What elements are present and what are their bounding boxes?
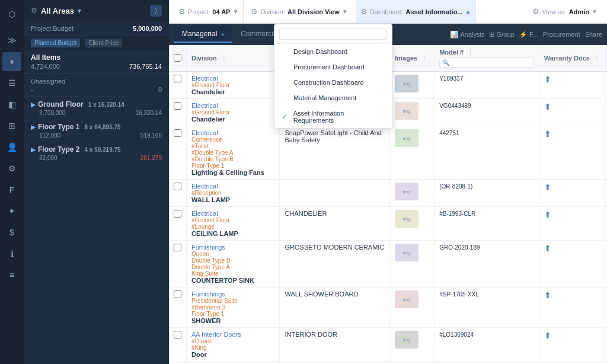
all-areas-title: All Areas ▼ xyxy=(41,7,82,15)
row-checkbox[interactable] xyxy=(174,129,181,137)
division-group: ⚙ Division: All Division View ▼ xyxy=(246,0,353,23)
row-checkbox[interactable] xyxy=(174,331,181,339)
dashboard-dropdown: Design Dashboard Procurement Dashboard C… xyxy=(274,24,392,129)
table-row: FurnishingsQueenDouble Type BDouble Type… xyxy=(169,241,607,288)
model-search-input[interactable] xyxy=(452,59,487,66)
location-tag: Double Type A xyxy=(191,264,274,270)
dropdown-search-area xyxy=(274,24,392,44)
dollar-icon[interactable]: $ xyxy=(2,223,21,242)
division-link[interactable]: Electrical xyxy=(191,102,274,109)
select-all-checkbox[interactable] xyxy=(174,54,181,62)
all-items-values: 4,724,000 736,765.14 xyxy=(31,63,162,70)
dropdown-item-procurement-dashboard[interactable]: Procurement Dashboard xyxy=(274,59,392,75)
plus-icon[interactable]: + xyxy=(2,52,21,71)
row-checkbox[interactable] xyxy=(174,210,181,218)
division-gear-icon[interactable]: ⚙ xyxy=(251,7,258,16)
row-checkbox[interactable] xyxy=(174,290,181,298)
cell-division: Electrical#Ground FloorChandelier xyxy=(187,99,280,126)
search-icon: 🔍 xyxy=(442,59,449,66)
table-row: FurnishingsPresidential Suite#Bathroom 3… xyxy=(169,288,607,328)
division-link[interactable]: Furnishings xyxy=(191,244,274,251)
warranty-col-menu[interactable]: ⋮ xyxy=(592,55,602,62)
upload-icon[interactable]: ⬆ xyxy=(544,75,551,84)
analysis-button[interactable]: 📊 Analysis xyxy=(450,31,484,39)
division-link[interactable]: Electrical xyxy=(191,75,274,82)
upload-icon[interactable]: ⬆ xyxy=(544,290,551,300)
division-link[interactable]: Electrical xyxy=(191,129,274,136)
division-link[interactable]: Electrical xyxy=(191,183,274,190)
location-tag: Queen xyxy=(191,251,274,257)
row-checkbox[interactable] xyxy=(174,75,181,82)
cell-image: img xyxy=(390,241,435,288)
dashboard-gear-icon[interactable]: ⚙ xyxy=(360,7,368,16)
cell-model: VG0443489 xyxy=(435,99,539,126)
share-button[interactable]: Share xyxy=(585,31,602,38)
dropdown-item-design-dashboard[interactable]: Design Dashboard xyxy=(274,44,392,59)
project-gear-icon[interactable]: ⚙ xyxy=(178,7,186,16)
puzzle-icon[interactable]: ✦ xyxy=(2,202,21,221)
tree-item-floor-type-2[interactable]: ▶ Floor Type 2 4 x 50,319.75 32,000 201,… xyxy=(24,142,169,165)
table-row: AA Interior Doors#Queen#KingDoorINTERIOR… xyxy=(169,328,607,362)
row-checkbox[interactable] xyxy=(174,183,181,190)
info-icon[interactable]: ℹ xyxy=(2,244,21,263)
tag-icon[interactable]: F xyxy=(2,180,21,199)
location-tag: #Ground Floor xyxy=(191,82,274,88)
division-link[interactable]: Electrical xyxy=(191,210,274,217)
division-link[interactable]: AA Interior Doors xyxy=(191,331,274,338)
dropdown-item-material-management[interactable]: Material Management xyxy=(274,90,392,106)
cell-division: FurnishingsQueenDouble Type BDouble Type… xyxy=(187,241,280,288)
menu-icon[interactable]: ☰ xyxy=(2,74,21,92)
settings-icon[interactable]: ⚙ xyxy=(2,159,21,178)
dropdown-search-input[interactable] xyxy=(279,28,387,40)
dashboard-group[interactable]: ⚙ Dashboard: Asset Informatio... ▲ xyxy=(356,0,477,23)
people-icon[interactable]: 👤 xyxy=(2,138,21,157)
cell-warranty: ⬆ xyxy=(539,99,606,126)
upload-icon[interactable]: ⬆ xyxy=(544,244,551,253)
expand-panel-button[interactable]: ⟩ xyxy=(150,5,162,17)
model-col-menu[interactable]: ⋮ xyxy=(465,49,475,56)
product-name: GROSSETO MODERN CERAMIC xyxy=(285,244,384,251)
tree-item-ground-floor[interactable]: ▶ Ground Floor 1 x 16,320.14 3,700,000 1… xyxy=(24,97,169,120)
filter-button[interactable]: ⚡ F... xyxy=(519,31,538,39)
list2-icon[interactable]: ≡ xyxy=(2,266,21,285)
model-number: #LO1369024 xyxy=(439,331,474,338)
row-checkbox[interactable] xyxy=(174,244,181,251)
upload-icon[interactable]: ⬆ xyxy=(544,331,551,340)
upload-icon[interactable]: ⬆ xyxy=(544,210,551,219)
division-link[interactable]: Furnishings xyxy=(191,290,274,298)
location-tag: King Suite xyxy=(191,270,274,277)
sidebar-icons: ⬡ ≫ + ☰ ◧ ⊞ 👤 ⚙ F ✦ $ ℹ ≡ xyxy=(0,0,24,364)
cell-warranty: ⬆ xyxy=(539,362,606,365)
chart-icon[interactable]: ◧ xyxy=(2,95,21,114)
grid-icon[interactable]: ⊞ xyxy=(2,116,21,135)
tree-item-floor-type-1[interactable]: ▶ Floor Type 1 8 x 64,895.75 112,000 519… xyxy=(24,120,169,142)
tab-managerial[interactable]: Managerial ● xyxy=(174,26,232,43)
expand-icon[interactable]: ≫ xyxy=(2,31,21,50)
cell-division: FurnishingsPresidential Suite#Bathroom 3… xyxy=(187,288,280,328)
procurement-button[interactable]: Procurement xyxy=(543,31,580,38)
dropdown-item-asset-info[interactable]: ✓ Asset Information Requirements xyxy=(274,106,392,128)
product-name: CHANDELIER xyxy=(285,210,327,217)
upload-icon[interactable]: ⬆ xyxy=(544,183,551,192)
image-placeholder: img xyxy=(395,75,418,92)
row-checkbox[interactable] xyxy=(174,102,181,110)
cell-product-name: WALL SHOWER BOARD xyxy=(280,288,390,328)
model-number: #SP-1705-XXL xyxy=(439,291,479,298)
upload-icon[interactable]: ⬆ xyxy=(544,102,551,111)
dropdown-item-construction-dashboard[interactable]: Construction Dashboard xyxy=(274,75,392,90)
brand-icon: ⬡ xyxy=(2,5,21,24)
viewas-gear-icon[interactable]: ⚙ xyxy=(532,7,539,16)
model-number: (OR-8208-1) xyxy=(439,183,472,190)
location-tag: #Lounge xyxy=(191,223,274,230)
filter-icon: ⚡ xyxy=(519,31,528,39)
cell-warranty: ⬆ xyxy=(539,288,606,328)
upload-icon[interactable]: ⬆ xyxy=(544,129,551,139)
model-number: 442751 xyxy=(439,130,459,136)
gear-icon[interactable]: ⚙ xyxy=(31,7,37,15)
group-button[interactable]: ⊞ Group xyxy=(489,31,515,39)
division-col-menu[interactable]: ⋮ xyxy=(219,55,229,62)
col-images: Images ⋮ xyxy=(390,45,435,72)
table-row: Electrical#Ground Floor#LoungeCEILING LA… xyxy=(169,207,607,241)
planned-header: Planned Budget Client Price xyxy=(24,36,169,50)
images-col-menu[interactable]: ⋮ xyxy=(419,55,429,62)
